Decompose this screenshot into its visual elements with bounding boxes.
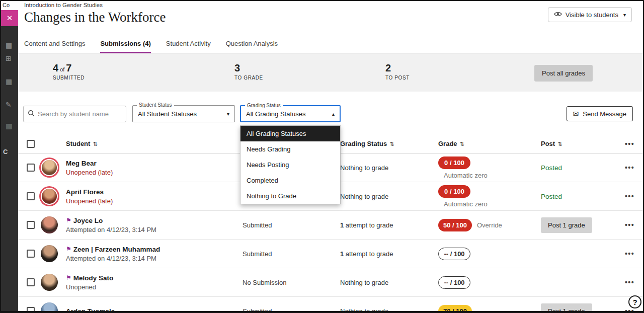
search-input[interactable] xyxy=(38,110,126,118)
sort-icon: ⇅ xyxy=(389,141,394,147)
grade-cell: -- / 100 xyxy=(438,276,541,289)
menu-item-completed[interactable]: Completed xyxy=(240,173,340,188)
help-button[interactable]: ? xyxy=(628,295,641,308)
grade-cell: -- / 100 xyxy=(438,248,541,260)
grading-status-cell: Nothing to grade xyxy=(340,279,438,286)
row-overflow-menu[interactable]: ••• xyxy=(616,278,643,286)
breadcrumb: Introduction to Gender Studies xyxy=(24,2,103,8)
row-overflow-menu[interactable]: ••• xyxy=(616,250,643,258)
student-name[interactable]: Meg Bear xyxy=(66,160,97,167)
stat-to-post: 2 TO POST xyxy=(385,62,410,81)
post-grade-button[interactable]: Post 1 grade xyxy=(541,303,592,313)
header-overflow-menu[interactable]: ••• xyxy=(616,140,643,148)
post-grade-button[interactable]: Post 1 grade xyxy=(541,217,592,233)
student-name[interactable]: Arden Tuomala xyxy=(66,307,115,313)
menu-item-needs-grading[interactable]: Needs Grading xyxy=(240,141,340,157)
filter-bar: Student Status All Student Statuses ▾ Gr… xyxy=(18,105,643,123)
row-overflow-menu[interactable]: ••• xyxy=(616,221,643,229)
student-status-label: Student Status xyxy=(137,102,174,108)
close-icon: ✕ xyxy=(7,14,13,23)
table-row: ⚑Melody Sato Unopened No Submission Noth… xyxy=(18,268,643,297)
search-icon xyxy=(28,110,35,119)
grading-status-select[interactable]: Grading Status All Grading Statuses ▴ xyxy=(240,105,341,122)
submission-status: Submitted xyxy=(243,307,340,313)
grade-cell: 50 / 100 Override xyxy=(438,219,541,231)
column-grading-status[interactable]: Grading Status⇅ xyxy=(340,140,438,147)
student-status-select[interactable]: Student Status All Student Statuses ▾ xyxy=(132,105,235,122)
menu-item-needs-posting[interactable]: Needs Posting xyxy=(240,157,340,173)
row-checkbox[interactable] xyxy=(27,192,35,200)
student-name[interactable]: Melody Sato xyxy=(73,274,114,282)
sort-icon: ⇅ xyxy=(557,141,562,147)
student-name[interactable]: Joyce Lo xyxy=(73,217,103,224)
grade-cell: 0 / 100 Automatic zero xyxy=(438,185,541,208)
chevron-down-icon: ▾ xyxy=(227,111,229,117)
student-name[interactable]: April Flores xyxy=(66,188,104,196)
student-substatus: Attempted on 4/12/23, 3:14 PM xyxy=(66,255,243,262)
column-post[interactable]: Post⇅ xyxy=(541,140,616,147)
to-grade-label: TO GRADE xyxy=(234,75,263,81)
column-grade[interactable]: Grade⇅ xyxy=(438,140,541,147)
grade-pill[interactable]: 0 / 100 xyxy=(438,185,470,198)
send-message-button[interactable]: ✉ Send Message xyxy=(567,106,633,121)
post-cell: Post 1 grade xyxy=(541,217,616,233)
submission-status: No Submission xyxy=(243,279,340,286)
menu-item-all-grading-statuses[interactable]: All Grading Statuses xyxy=(240,126,340,141)
visibility-dropdown[interactable]: Visible to students ▾ xyxy=(548,7,632,22)
flag-icon: ⚑ xyxy=(66,274,71,281)
grade-pill[interactable]: 0 / 100 xyxy=(438,156,470,169)
menu-item-nothing-to-grade[interactable]: Nothing to Grade xyxy=(240,188,340,204)
to-post-count: 2 xyxy=(385,62,391,74)
posted-label: Posted xyxy=(541,164,562,172)
student-substatus: Unopened xyxy=(66,283,243,291)
close-panel-button[interactable]: ✕ xyxy=(1,10,18,26)
student-status-value: All Student Statuses xyxy=(138,110,197,118)
submission-status: Submitted xyxy=(243,250,340,258)
row-overflow-menu[interactable]: ••• xyxy=(616,307,643,313)
stats-bar: 4 of 7 SUBMITTED 3 TO GRADE 2 TO POST Po… xyxy=(18,53,643,92)
chevron-down-icon: ▾ xyxy=(623,12,626,18)
tab-question-analysis[interactable]: Question Analysis xyxy=(226,40,278,53)
submission-status: Submitted xyxy=(243,221,340,229)
student-name[interactable]: Zeen | Farzeen Muhammad xyxy=(73,246,160,253)
gradebook-icon: ▦ xyxy=(6,77,12,86)
column-student[interactable]: Student⇅ xyxy=(66,140,243,147)
override-label: Override xyxy=(477,221,502,229)
visibility-label: Visible to students xyxy=(566,11,618,19)
row-checkbox[interactable] xyxy=(27,164,35,172)
post-cell: Posted xyxy=(541,192,616,201)
select-all-checkbox[interactable] xyxy=(27,140,35,148)
grade-note: Automatic zero xyxy=(444,200,488,208)
post-all-grades-button[interactable]: Post all grades xyxy=(534,65,593,82)
row-checkbox[interactable] xyxy=(27,250,35,258)
stat-to-grade: 3 TO GRADE xyxy=(234,62,263,81)
grade-pill[interactable]: 50 / 100 xyxy=(438,219,472,231)
grading-status-menu: All Grading Statuses Needs Grading Needs… xyxy=(240,125,341,204)
table-row: ⚑Joyce Lo Attempted on 4/12/23, 3:14 PM … xyxy=(18,211,643,240)
tab-student-activity[interactable]: Student Activity xyxy=(166,40,211,53)
grade-cell: 0 / 100 Automatic zero xyxy=(438,156,541,179)
row-checkbox[interactable] xyxy=(27,307,35,313)
tab-content-and-settings[interactable]: Content and Settings xyxy=(24,40,85,53)
student-substatus: Attempted on 4/12/23, 3:14 PM xyxy=(66,226,243,233)
grade-pill[interactable]: 70 / 100 xyxy=(438,305,472,313)
row-overflow-menu[interactable]: ••• xyxy=(616,192,643,200)
row-overflow-menu[interactable]: ••• xyxy=(616,164,643,172)
sidebar-clipped-text: Co xyxy=(1,1,18,10)
student-substatus: Unopened (late) xyxy=(66,169,243,176)
submitted-count: 4 xyxy=(53,62,58,74)
row-checkbox[interactable] xyxy=(27,221,35,229)
grading-status-label: Grading Status xyxy=(245,103,283,108)
grade-cell: 70 / 100 xyxy=(438,305,541,313)
grade-pill[interactable]: -- / 100 xyxy=(438,248,470,260)
row-checkbox[interactable] xyxy=(27,278,35,286)
sort-icon: ⇅ xyxy=(460,141,464,147)
tab-submissions[interactable]: Submissions (4) xyxy=(100,40,150,53)
sort-icon: ⇅ xyxy=(93,141,97,147)
student-search xyxy=(23,106,126,122)
grade-pill[interactable]: -- / 100 xyxy=(438,276,470,289)
envelope-icon: ✉ xyxy=(573,110,579,118)
to-grade-count: 3 xyxy=(234,62,240,74)
avatar xyxy=(42,160,57,175)
table-row: Arden Tuomala Submitted Nothing to grade… xyxy=(18,297,643,313)
